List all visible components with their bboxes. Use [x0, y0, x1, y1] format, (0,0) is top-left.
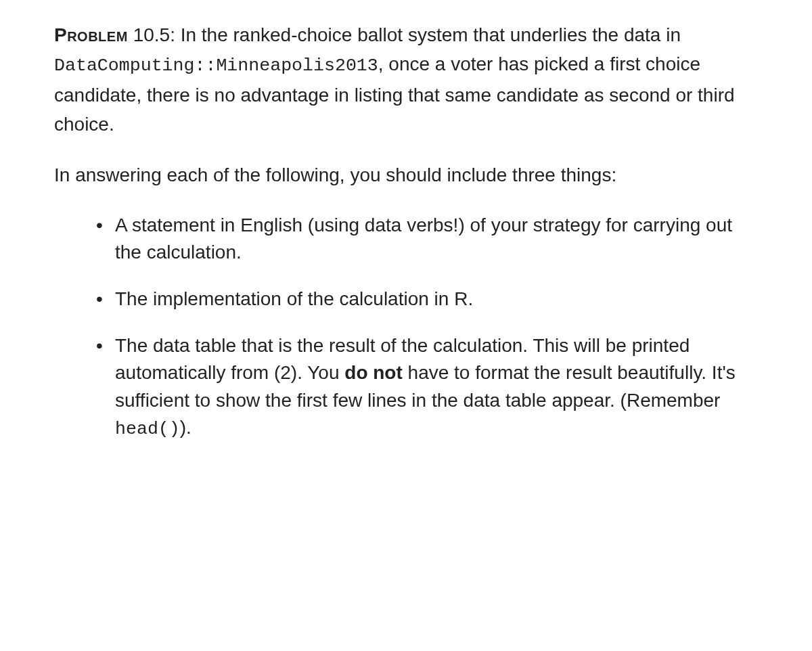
- list-item: The data table that is the result of the…: [115, 332, 738, 443]
- bullet-text: A statement in English (using data verbs…: [115, 215, 732, 263]
- bullet-suffix: ).: [180, 417, 191, 438]
- problem-intro-paragraph: Problem 10.5: In the ranked-choice ballo…: [54, 20, 758, 139]
- instruction-paragraph: In answering each of the following, you …: [54, 160, 758, 189]
- list-item: A statement in English (using data verbs…: [115, 212, 738, 267]
- bullet-list: A statement in English (using data verbs…: [54, 212, 758, 443]
- bullet-text: The implementation of the calculation in…: [115, 288, 473, 309]
- problem-number: 10.5: [133, 24, 171, 45]
- intro-before-code: : In the ranked-choice ballot system tha…: [170, 24, 681, 45]
- problem-label: Problem: [54, 24, 128, 45]
- bullet-code: head(): [115, 419, 180, 439]
- bullet-bold: do not: [344, 362, 403, 383]
- code-reference: DataComputing::Minneapolis2013: [54, 55, 378, 76]
- list-item: The implementation of the calculation in…: [115, 286, 738, 313]
